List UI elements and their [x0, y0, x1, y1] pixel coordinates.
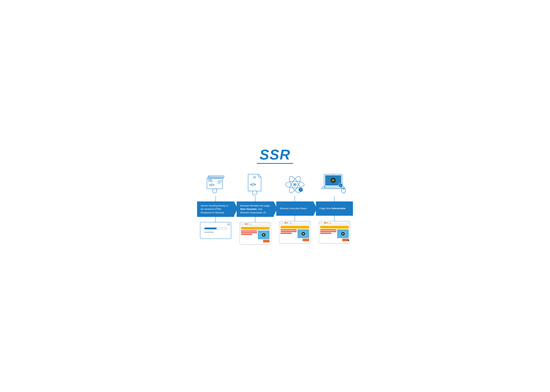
arrow-box-text-1: Server Sending Ready to be rendered HTML… [201, 204, 231, 214]
svg-text:.JS: .JS [252, 176, 256, 179]
line-2a [241, 231, 257, 231]
browser-body-2 [240, 226, 271, 244]
play-btn-4 [341, 232, 345, 235]
arrow-box-text-4: Page Now Interactable [319, 207, 346, 210]
page-wrapper: SSR HTML </> [197, 147, 353, 245]
browser-body-4 [319, 225, 350, 243]
screenshot-loading: LOADING [197, 222, 234, 239]
arrow-box-text-2: Browser Renders the page, Now Viewable, … [240, 204, 271, 214]
bold-viewable: Now Viewable [240, 208, 257, 210]
laptop-icon: ✓ [316, 170, 353, 196]
play-btn-3 [302, 232, 305, 235]
dashed-line-4 [334, 196, 335, 202]
dot-yellow-4 [326, 222, 327, 224]
screenshot-viewable: 🔍 [237, 222, 274, 245]
svg-point-3 [208, 179, 209, 180]
dashed-line-2b [255, 217, 255, 222]
orange-block-2 [263, 240, 269, 242]
content-row-4 [320, 229, 349, 241]
browser-mockup-2: 🔍 [240, 222, 271, 245]
dashed-line-4b [334, 216, 335, 221]
titlebar-3: 🔍 [280, 221, 310, 225]
text-lines-2 [241, 231, 257, 242]
search-bar-4: 🔍 [329, 222, 348, 224]
video-thumb-4 [337, 229, 349, 238]
svg-point-21 [294, 184, 296, 185]
arrow-box-text-3: Browser executes React [280, 207, 307, 210]
text-lines-3 [281, 229, 297, 241]
line-3b [281, 231, 297, 232]
arrow-box-3: Browser executes React [276, 202, 313, 216]
svg-point-4 [210, 179, 210, 180]
flow-col-2: .JS </> ↓ Browser Renders the page, Now … [237, 170, 274, 245]
browser-mockup-3: 🔍 [279, 221, 311, 243]
browser-mockup-4: 🔍 [319, 221, 350, 243]
bold-interactable: Interactable [332, 207, 346, 210]
line-3a [281, 229, 297, 230]
loading-bar [204, 228, 227, 229]
line-2c [241, 234, 252, 235]
dot-red-3 [285, 222, 286, 224]
screenshot-executing: 🔍 [276, 221, 313, 243]
html-stack-icon: HTML </> ↓ [197, 170, 234, 196]
line-4b [320, 231, 336, 232]
svg-text:</>: </> [250, 182, 256, 187]
browser-body-3 [280, 225, 310, 243]
dot-yellow-3 [287, 222, 288, 224]
content-row-3 [281, 229, 309, 241]
line-4c [320, 233, 332, 234]
flow-grid: HTML </> ↓ Server Sending Ready to be re… [197, 170, 353, 245]
line-2b [241, 232, 257, 233]
hero-bar-2 [241, 227, 269, 230]
arrow-box-4: Page Now Interactable [316, 202, 353, 216]
text-lines-4 [320, 229, 336, 241]
titlebar-2: 🔍 [240, 222, 271, 226]
svg-text:↓: ↓ [254, 191, 255, 194]
title-underline [257, 163, 293, 164]
svg-text:</>: </> [209, 183, 214, 187]
search-bar-3: 🔍 [289, 222, 309, 224]
screenshot-interactable: 🔍 [316, 221, 353, 243]
search-bar: 🔍 [250, 223, 269, 225]
dashed-line-1b [215, 217, 216, 222]
dot-red-4 [324, 222, 326, 224]
js-file-icon: .JS </> ↓ [237, 170, 274, 196]
svg-text:HTML: HTML [208, 180, 213, 182]
dashed-line-3b [295, 216, 295, 221]
arrow-box-1: Server Sending Ready to be rendered HTML… [197, 202, 234, 217]
loading-label: LOADING [204, 231, 214, 233]
loading-text-area: LOADING [202, 224, 230, 237]
video-thumb-2 [258, 231, 269, 239]
flow-col-1: HTML </> ↓ Server Sending Ready to be re… [197, 170, 234, 245]
loading-bar-fill [204, 228, 217, 229]
line-3c [281, 233, 292, 234]
video-thumb-3 [297, 229, 309, 238]
line-4a [320, 229, 336, 230]
content-row-2 [241, 231, 269, 242]
dashed-line-3 [295, 196, 295, 202]
titlebar-4: 🔍 [319, 221, 350, 225]
orange-block-3 [303, 239, 309, 241]
dot-yellow [247, 223, 248, 225]
flow-col-4: ✓ Page Now Interactable 🔍 [316, 170, 353, 245]
svg-text:✓: ✓ [340, 184, 342, 187]
main-title: SSR [197, 147, 353, 162]
arrow-box-2: Browser Renders the page, Now Viewable, … [237, 202, 274, 217]
dashed-line-1 [215, 196, 216, 202]
play-btn-2 [262, 233, 265, 237]
flow-col-3: ✓ Browser executes React 🔍 [276, 170, 313, 245]
cursor-icon [347, 239, 350, 242]
title-section: SSR [197, 147, 353, 164]
hero-bar-3 [281, 226, 309, 229]
react-icon: ✓ [276, 170, 313, 196]
dashed-line-2 [255, 196, 255, 202]
loading-mockup: LOADING [200, 222, 231, 239]
svg-rect-0 [209, 175, 224, 177]
svg-point-5 [211, 179, 212, 180]
dot-red [245, 223, 246, 225]
hero-bar-4 [320, 226, 349, 229]
svg-text:✓: ✓ [300, 189, 302, 191]
svg-text:↓: ↓ [214, 189, 215, 192]
